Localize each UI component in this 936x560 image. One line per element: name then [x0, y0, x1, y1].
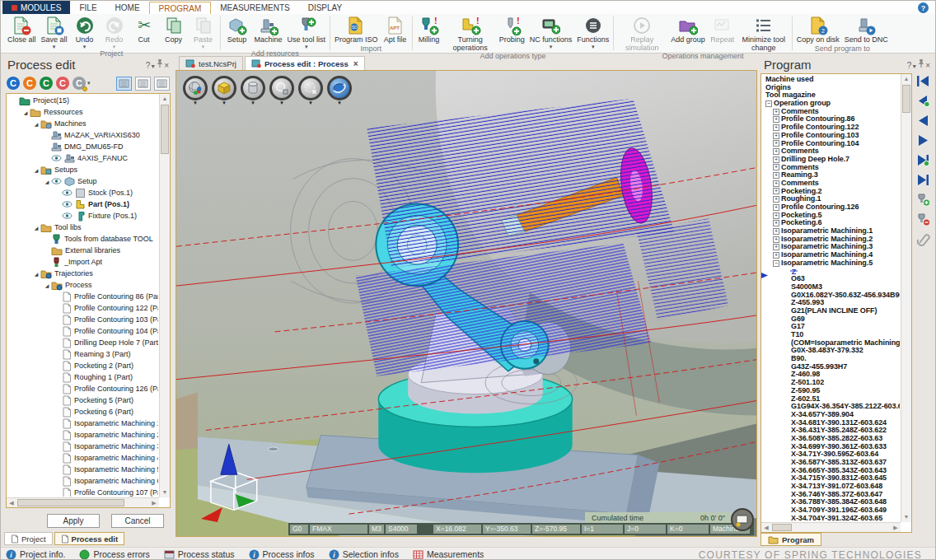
tree-item-mazak-variaxis630[interactable]: MAZAK_VARIAXIS630	[7, 129, 158, 141]
scroll-right-icon[interactable]: ▶	[149, 498, 159, 508]
gcode-line[interactable]: Z-460.98	[763, 371, 900, 379]
ribbon-button-minimize-tool-change[interactable]: Minimize tool change	[738, 15, 789, 52]
expander-icon[interactable]: +	[773, 180, 779, 187]
gcode-line[interactable]: Z-501.102	[763, 379, 900, 387]
list-view-3-button[interactable]	[154, 77, 170, 91]
ribbon-button-apt-file[interactable]: APTApt file	[381, 15, 410, 44]
tree-item-profile-contouring-104-part[interactable]: Profile Contouring 104 (Part)	[7, 325, 158, 337]
viewport-tab-process-edit-process[interactable]: Process edit : Process×	[245, 56, 365, 70]
gcode-line[interactable]: Z-590.95	[763, 387, 900, 395]
status-item-process-errors[interactable]: Process errors	[79, 549, 149, 560]
ribbon-tab-modules[interactable]: MODULES	[2, 1, 70, 14]
expander-icon[interactable]: ◢	[32, 121, 40, 127]
status-item-process-infos[interactable]: iProcess infos	[249, 549, 315, 560]
expander-icon[interactable]: +	[773, 188, 779, 194]
ribbon-button-nc-functions[interactable]: NC functions▾	[528, 15, 574, 49]
tree-item-part-pos-1[interactable]: Part (Pos.1)	[7, 198, 158, 210]
expander-icon[interactable]: +	[773, 244, 779, 250]
ribbon-button-undo[interactable]: Undo▾	[71, 15, 99, 49]
expander-icon[interactable]: +	[773, 236, 779, 243]
pin-button[interactable]	[917, 61, 925, 70]
ribbon-tab-measurements[interactable]: MEASUREMENTS	[211, 2, 298, 14]
pin-button[interactable]	[156, 61, 164, 70]
ribbon-button-copy-on-disk[interactable]: 2Copy on disk	[795, 15, 841, 44]
compute-orange-button[interactable]: C	[23, 77, 36, 90]
tree-item-isoparametric-machining-1-part[interactable]: Isoparametric Machining 1 (Part)	[7, 418, 158, 429]
ribbon-button-close-all[interactable]: Close all	[6, 15, 38, 44]
ribbon-tab-display[interactable]: DISPLAY	[299, 2, 352, 14]
tree-item-isoparametric-machining-4-part[interactable]: Isoparametric Machining 4 (Part)	[7, 452, 158, 464]
tree-item-setup[interactable]: ◢Setup	[7, 175, 158, 187]
rotate-sphere-button[interactable]: ▼	[327, 76, 352, 100]
tree-item-machines[interactable]: ◢Machines	[7, 118, 158, 129]
expander-icon[interactable]: +	[773, 196, 779, 203]
ribbon-button-setup[interactable]: Setup	[223, 15, 251, 44]
ribbon-button-send-to-dnc[interactable]: Send to DNC	[843, 15, 890, 44]
scroll-down-icon[interactable]: ▼	[160, 488, 170, 497]
tree-item-pocketing-6-part[interactable]: Pocketing 6 (Part)	[7, 406, 158, 418]
status-item-selection-infos[interactable]: iSelection infos	[329, 549, 399, 560]
program-tab[interactable]: Program	[760, 533, 821, 546]
tree-item-pocketing-2-part[interactable]: Pocketing 2 (Part)	[7, 360, 158, 371]
gcode-line[interactable]: G17	[763, 323, 900, 331]
tree-item-roughing-1-part[interactable]: Roughing 1 (Part)	[7, 371, 158, 383]
expander-icon[interactable]: +	[773, 172, 779, 179]
expander-icon[interactable]: −	[765, 100, 772, 107]
expander-icon[interactable]: +	[773, 252, 779, 259]
gcode-line[interactable]: G43Z-455.993H7	[763, 363, 900, 371]
program-node-isoparametric-machining-5[interactable]: −Isoparametric Machining.5	[763, 259, 900, 268]
tree-item-reaming-3-part[interactable]: Reaming 3 (Part)	[7, 348, 158, 360]
list-view-1-button[interactable]	[116, 77, 132, 91]
status-item-project-info[interactable]: iProject info.	[6, 549, 65, 560]
expander-icon[interactable]: ◢	[32, 167, 40, 173]
expander-icon[interactable]: +	[773, 133, 779, 139]
tree-item-profile-contouring-86-part[interactable]: Profile Contouring 86 (Part)	[7, 291, 158, 302]
gcode-line[interactable]: G21(PLAN INCLINE OFF)	[763, 307, 900, 315]
tree-item-import-apt[interactable]: _Import Apt	[7, 256, 158, 268]
tree-item-external-libraries[interactable]: External libraries	[7, 245, 158, 256]
ribbon-button-use-tool-list[interactable]: Use tool list▾	[286, 15, 328, 49]
iso-cube-button[interactable]: ▼	[212, 76, 236, 100]
gcode-line[interactable]: G0X-38.483Y-379.332	[763, 347, 900, 355]
tree-item-trajectories[interactable]: ◢Trajectories	[7, 268, 158, 279]
expander-icon[interactable]: +	[773, 109, 779, 115]
tree-item-process[interactable]: ◢Process	[7, 279, 158, 291]
compute-red-button[interactable]: C	[56, 77, 69, 90]
expander-icon[interactable]: ◢	[32, 271, 40, 277]
expander-icon[interactable]: −	[773, 260, 779, 267]
tree-item-tools-from-database-tool[interactable]: Tools from database TOOL	[7, 233, 158, 245]
zoom-magnifier-button[interactable]: ▼	[269, 76, 294, 100]
tree-item-profile-contouring-103-part[interactable]: Profile Contouring 103 (Part)	[7, 314, 158, 325]
ribbon-button-probing[interactable]: !Probing	[498, 15, 526, 44]
tree-item-drilling-deep-hole-7-part[interactable]: Drilling Deep Hole 7 (Part)	[7, 337, 158, 348]
compute-gray-button[interactable]: C	[73, 77, 86, 90]
tree-item-project-15[interactable]: Project(15)	[7, 95, 158, 106]
scroll-down-icon[interactable]: ▼	[901, 512, 911, 522]
expander-icon[interactable]: +	[773, 116, 779, 123]
select-dotted-button[interactable]: ▼	[298, 76, 323, 100]
close-button[interactable]: ×	[925, 61, 930, 70]
tree-item-fixture-pos-1[interactable]: Fixture (Pos.1)	[7, 210, 158, 222]
help-icon[interactable]: ?	[918, 2, 929, 13]
scroll-thumb[interactable]	[902, 85, 910, 113]
compute-blue-button[interactable]: C	[7, 77, 20, 90]
gcode-line[interactable]: X-34.704Y-391.324Z-603.65	[763, 515, 900, 521]
scroll-left-icon[interactable]: ◀	[7, 498, 16, 508]
expander-icon[interactable]: ◢	[32, 225, 40, 231]
horizontal-scrollbar[interactable]: ◀ ▶	[7, 497, 159, 507]
tree-item-ressources[interactable]: ◢Ressources	[7, 106, 158, 118]
ribbon-button-functions[interactable]: Functions▾	[575, 15, 611, 49]
ribbon-button-copy[interactable]: Copy	[160, 15, 188, 44]
dropdown-caret-icon[interactable]: ▾	[87, 80, 91, 86]
tree-item-dmg-dmu65-fd[interactable]: DMG_DMU65-FD	[7, 141, 158, 152]
ribbon-tab-program[interactable]: PROGRAM	[149, 2, 212, 14]
scroll-right-icon[interactable]: ▶	[891, 523, 901, 533]
tree-item-profile-contouring-122-part[interactable]: Profile Contouring 122 (Part)	[7, 302, 158, 314]
expander-icon[interactable]: +	[773, 124, 779, 131]
vertical-scrollbar[interactable]: ▲ ▼	[901, 74, 911, 522]
orient-sphere-button[interactable]: ▼	[183, 76, 208, 100]
ribbon-button-turning-operations[interactable]: !Turning operations	[445, 15, 496, 52]
close-button[interactable]: ×	[164, 61, 169, 70]
cancel-button[interactable]: Cancel	[111, 514, 164, 528]
horizontal-scrollbar[interactable]: ◀ ▶	[761, 522, 901, 532]
